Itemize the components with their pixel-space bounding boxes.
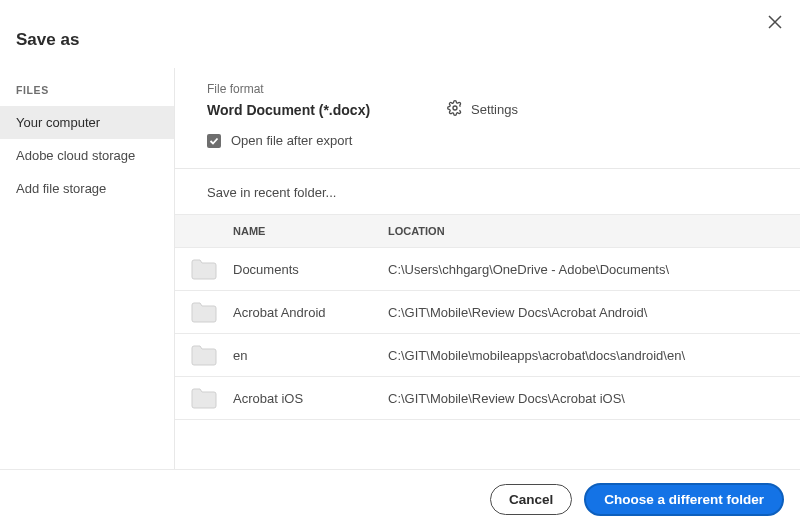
file-format-value: Word Document (*.docx) (207, 102, 447, 118)
folder-location: C:\Users\chhgarg\OneDrive - Adobe\Docume… (388, 262, 800, 277)
settings-button[interactable]: Settings (447, 100, 518, 119)
settings-label: Settings (471, 102, 518, 117)
sidebar-item-your-computer[interactable]: Your computer (0, 106, 174, 139)
folder-name: Acrobat iOS (233, 391, 388, 406)
checkmark-icon (209, 136, 219, 146)
close-button[interactable] (764, 10, 786, 36)
table-row[interactable]: en C:\GIT\Mobile\mobileapps\acrobat\docs… (175, 334, 800, 377)
sidebar-header: FILES (0, 82, 174, 106)
folder-location: C:\GIT\Mobile\Review Docs\Acrobat Androi… (388, 305, 800, 320)
gear-icon (447, 100, 471, 119)
file-format-label: File format (207, 82, 780, 96)
open-after-export-checkbox[interactable] (207, 134, 221, 148)
folder-icon (175, 387, 233, 409)
folder-icon (175, 344, 233, 366)
content-area: File format Word Document (*.docx) Setti… (175, 68, 800, 469)
table-row[interactable]: Acrobat iOS C:\GIT\Mobile\Review Docs\Ac… (175, 377, 800, 420)
recent-folder-label: Save in recent folder... (175, 169, 800, 214)
sidebar-item-add-file-storage[interactable]: Add file storage (0, 172, 174, 205)
cancel-button[interactable]: Cancel (490, 484, 572, 516)
svg-point-0 (453, 106, 457, 110)
sidebar-item-label: Adobe cloud storage (16, 148, 135, 163)
table-row[interactable]: Acrobat Android C:\GIT\Mobile\Review Doc… (175, 291, 800, 334)
folder-location: C:\GIT\Mobile\mobileapps\acrobat\docs\an… (388, 348, 800, 363)
footer: Cancel Choose a different folder (0, 469, 800, 529)
table-row[interactable]: Documents C:\Users\chhgarg\OneDrive - Ad… (175, 248, 800, 291)
table-header: NAME Location (175, 214, 800, 248)
sidebar-item-label: Your computer (16, 115, 100, 130)
sidebar-item-label: Add file storage (16, 181, 106, 196)
dialog-title: Save as (0, 0, 800, 68)
folder-icon (175, 258, 233, 280)
choose-different-folder-button[interactable]: Choose a different folder (584, 483, 784, 517)
folder-name: Documents (233, 262, 388, 277)
folder-name: Acrobat Android (233, 305, 388, 320)
recent-folders-table: NAME Location Documents C:\Users\chhgarg… (175, 214, 800, 420)
column-header-name: NAME (233, 225, 388, 237)
sidebar: FILES Your computer Adobe cloud storage … (0, 68, 175, 469)
sidebar-item-adobe-cloud-storage[interactable]: Adobe cloud storage (0, 139, 174, 172)
folder-name: en (233, 348, 388, 363)
column-header-location: Location (388, 225, 800, 237)
folder-icon (175, 301, 233, 323)
folder-location: C:\GIT\Mobile\Review Docs\Acrobat iOS\ (388, 391, 800, 406)
open-after-export-label: Open file after export (231, 133, 352, 148)
